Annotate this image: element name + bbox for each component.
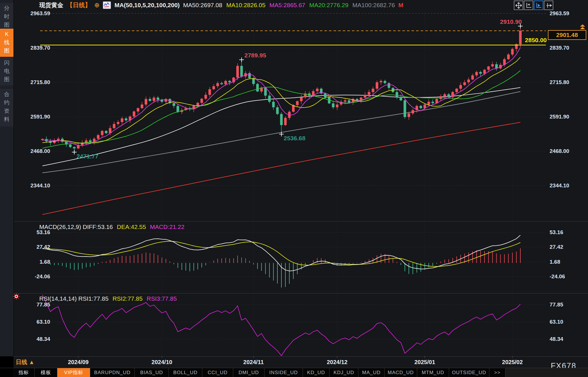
toolbar-tab-模板[interactable]: 模板 <box>35 368 57 377</box>
toolbar-tab-MTM_UD[interactable]: MTM_UD <box>417 368 449 377</box>
ma-value-chip: MA10:2826.05 <box>226 2 266 9</box>
main-price-label-right: 2963.59 <box>550 10 587 17</box>
toolbar-filler <box>505 368 588 377</box>
toolbar-tab-KDJ_UD[interactable]: KDJ_UD <box>330 368 358 377</box>
current-price-box: 2901.48 <box>548 30 586 40</box>
ma-value-chip: MA100:2682.76 <box>352 2 395 9</box>
chart-toolbar-icons <box>514 1 553 10</box>
macd-header-chip: DEA:42.55 <box>117 224 146 230</box>
sidebar-tab-合约资料[interactable]: 合约资料 <box>0 89 13 127</box>
toolbar-corner <box>0 368 13 377</box>
main-price-label-right: 2591.90 <box>550 114 587 120</box>
sidebar-tab-闪电图[interactable]: 闪电图 <box>0 57 13 85</box>
indicator-toolbar: 指标模板VIP指标BARUPDN_UDBIAS_UDBOLL_UDCCI_UDD… <box>0 368 588 377</box>
toolbar-tab-BOLL_UD[interactable]: BOLL_UD <box>169 368 202 377</box>
axis-scale-icon[interactable] <box>524 1 533 10</box>
main-price-label-right: 2715.80 <box>550 79 587 85</box>
ma-values: MA50:2697.08MA10:2826.05MA5:2865.67MA20:… <box>183 2 395 9</box>
main-price-label-right: 2839.70 <box>550 45 587 51</box>
jump-to-latest-icon[interactable] <box>580 24 586 30</box>
swing-annotation: 2910.90 <box>477 18 522 25</box>
macd-header-chip: MACD:21.22 <box>150 224 184 230</box>
x-axis-month-label: 2024/10 <box>142 359 182 366</box>
main-price-label-left: 2839.70 <box>17 45 50 51</box>
main-price-label-left: 2344.10 <box>17 182 50 189</box>
x-axis-month-label: 2025/02 <box>492 359 532 366</box>
ma-value-chip: MA20:2776.29 <box>309 2 348 9</box>
rsi-value-label-left: 77.85 <box>17 302 50 308</box>
toolbar-tab->>[interactable]: >> <box>489 368 505 377</box>
chart-header: 现货黄金 【日线】 ⊕ MA(50,10,5,20,100,200) MA50:… <box>39 1 403 9</box>
rsi-value-label-right: 48.34 <box>550 336 587 342</box>
period-tag: 【日线】 <box>67 1 91 9</box>
toolbar-tab-INSIDE_UD[interactable]: INSIDE_UD <box>264 368 303 377</box>
swing-annotation: 2789.95 <box>244 52 266 59</box>
macd-header-chip: MACD(26,12,9) DIFF:53.16 <box>39 224 113 230</box>
x-axis-month-label: 2024/11 <box>234 359 274 366</box>
macd-header: MACD(26,12,9) DIFF:53.16DEA:42.55MACD:21… <box>39 224 185 230</box>
toolbar-tab-BARUPDN_UD[interactable]: BARUPDN_UD <box>90 368 135 377</box>
rsi-value-label-left: 63.10 <box>17 319 50 325</box>
rsi-value-label-right: 63.10 <box>550 319 587 325</box>
rsi-header-chip: RSI3:77.85 <box>147 295 177 302</box>
chart-canvas <box>0 0 588 377</box>
main-price-label-right: 2468.00 <box>550 148 587 154</box>
pan-move-icon[interactable] <box>514 1 523 10</box>
trading-app: 现货黄金 【日线】 ⊕ MA(50,10,5,20,100,200) MA50:… <box>0 0 588 377</box>
sidebar-tab-分时图[interactable]: 分时图 <box>0 3 13 29</box>
main-price-label-left: 2468.00 <box>17 148 50 154</box>
main-price-label-left: 2591.90 <box>17 114 50 120</box>
x-axis-month-label: 2025/01 <box>405 359 445 366</box>
macd-value-label-left: -24.06 <box>17 273 50 280</box>
toolbar-tab-MA_UD[interactable]: MA_UD <box>358 368 385 377</box>
add-compare-icon[interactable]: ⊕ <box>94 1 99 9</box>
toolbar-tab-KD_UD[interactable]: KD_UD <box>303 368 330 377</box>
auto-scroll-icon[interactable] <box>534 1 543 10</box>
ma-group-label: MA(50,10,5,20,100,200) <box>114 2 180 9</box>
right-offset-icon[interactable] <box>544 1 553 10</box>
period-selector[interactable]: 日线 ▲ <box>16 358 34 366</box>
toolbar-tab-BIAS_UD[interactable]: BIAS_UD <box>135 368 169 377</box>
ma-value-chip: MA50:2697.08 <box>183 2 222 9</box>
toolbar-tab-OUTSIDE_UD[interactable]: OUTSIDE_UD <box>449 368 489 377</box>
rsi-header-chip: RSI(14,14,14) RSI1:77.85 <box>39 295 109 302</box>
toolbar-tab-指标[interactable]: 指标 <box>13 368 35 377</box>
main-price-label-left: 2715.80 <box>17 79 50 85</box>
toolbar-tab-CCI_UD[interactable]: CCI_UD <box>202 368 233 377</box>
macd-value-label-left: 27.42 <box>17 244 50 250</box>
swing-annotation: 2471.77 <box>77 153 98 160</box>
macd-value-label-right: 27.42 <box>550 244 587 250</box>
toolbar-tab-MACD_UD[interactable]: MACD_UD <box>385 368 417 377</box>
macd-value-label-left: 1.68 <box>17 259 50 265</box>
rsi-value-label-right: 77.85 <box>550 302 587 308</box>
sidebar-tab-K线图[interactable]: K线图 <box>0 29 13 57</box>
rsi-header: RSI(14,14,14) RSI1:77.85RSI2:77.85RSI3:7… <box>39 295 177 302</box>
left-sidebar: 分时图K线图闪电图合约资料 <box>0 0 14 356</box>
x-axis-month-label: 2024/09 <box>58 359 98 366</box>
chart-type-icon[interactable] <box>103 1 111 9</box>
alert-bell-icon[interactable] <box>13 293 20 301</box>
symbol-title: 现货黄金 <box>39 1 63 9</box>
macd-value-label-right: 53.16 <box>550 229 587 236</box>
rsi-value-label-left: 48.34 <box>17 336 50 342</box>
toolbar-tab-DMI_UD[interactable]: DMI_UD <box>233 368 264 377</box>
macd-value-label-right: 1.68 <box>550 259 587 265</box>
x-axis-month-label: 2024/12 <box>317 359 357 366</box>
toolbar-tab-VIP指标[interactable]: VIP指标 <box>57 368 90 377</box>
macd-value-label-right: -24.06 <box>550 273 587 280</box>
main-price-label-left: 2963.59 <box>17 10 50 17</box>
swing-annotation: 2536.68 <box>284 135 305 142</box>
alert-line-label: 2850.00 <box>487 37 547 44</box>
ma200-label: M <box>398 2 403 9</box>
rsi-header-chip: RSI2:77.85 <box>113 295 143 302</box>
main-price-label-right: 2344.10 <box>550 182 587 189</box>
ma-value-chip: MA5:2865.67 <box>269 2 305 9</box>
